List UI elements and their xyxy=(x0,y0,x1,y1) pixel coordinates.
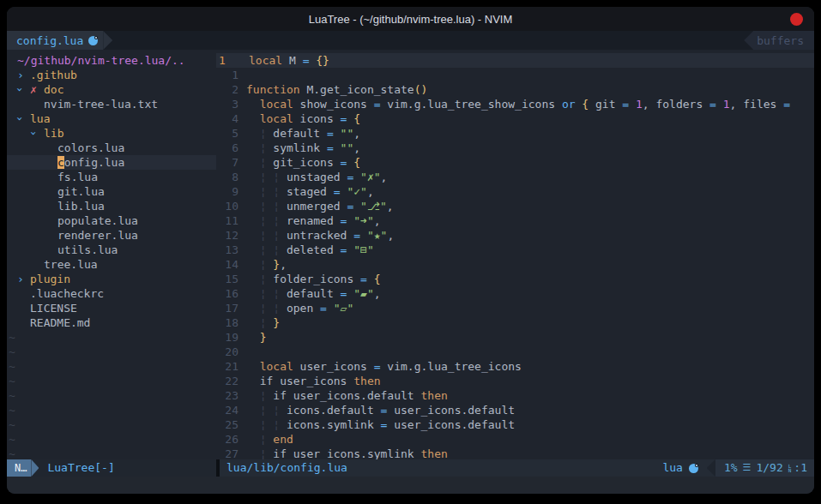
code-line[interactable]: 16 ¦ ¦ default = "▰", xyxy=(216,286,814,301)
code-text: ¦ ¦ default = "▰", xyxy=(238,286,814,301)
code-text xyxy=(238,68,814,82)
position-indicator: 1% ☰ 1/92 LN :1 xyxy=(715,459,814,477)
tilde: ~ xyxy=(7,388,15,403)
code-line[interactable]: 19 } xyxy=(216,330,814,345)
tree-item-.github[interactable]: ›.github xyxy=(7,68,216,82)
code-line[interactable]: 12 ¦ ¦ untracked = "★", xyxy=(216,228,814,243)
tree-item-colors.lua[interactable]: colors.lua xyxy=(7,141,216,155)
statusline: N… LuaTree[-] lua/lib/config.lua lua 1% … xyxy=(7,459,814,477)
tree-item-populate.lua[interactable]: populate.lua xyxy=(7,213,216,228)
line-number: 23 xyxy=(216,388,238,403)
tree-item-config.lua[interactable]: config.lua xyxy=(7,155,216,170)
tree-item-LICENSE[interactable]: LICENSE xyxy=(7,301,216,315)
tree-item-~/github/nvim-tree.lua/..[interactable]: ~/github/nvim-tree.lua/.. xyxy=(7,53,216,68)
filetype-label: lua xyxy=(662,459,682,477)
line-number: 4 xyxy=(216,111,238,126)
empty-line-tilde: ~ xyxy=(7,330,216,345)
tree-item-README.md[interactable]: README.md xyxy=(7,315,216,330)
code-text: function M.get_icon_state() xyxy=(238,82,814,97)
code-line[interactable]: 18 ¦ } xyxy=(216,315,814,330)
code-line[interactable]: 24 ¦ ¦ icons.default = user_icons.defaul… xyxy=(216,403,814,417)
tree-item-label: fs.lua xyxy=(57,170,98,184)
code-line[interactable]: 1 xyxy=(216,68,814,82)
tree-item-label: README.md xyxy=(30,315,90,330)
tab-config-lua[interactable]: config.lua xyxy=(7,31,103,50)
buffers-arrow-icon xyxy=(744,31,753,50)
line-number: 13 xyxy=(216,243,238,257)
chevron-down-icon[interactable]: › xyxy=(17,111,30,126)
line-number: 5 xyxy=(216,126,238,141)
line-number: 16 xyxy=(216,286,238,301)
tree-item-fs.lua[interactable]: fs.lua xyxy=(7,170,216,184)
code-line[interactable]: 1local M = {} xyxy=(216,53,814,68)
code-line[interactable]: 21 local user_icons = vim.g.lua_tree_ico… xyxy=(216,359,814,374)
tree-item-label: config.lua xyxy=(57,155,124,170)
tree-item-plugin[interactable]: ›plugin xyxy=(7,272,216,286)
code-line[interactable]: 7 ¦ git_icons = { xyxy=(216,155,814,170)
tree-buffer-name: LuaTree[-] xyxy=(47,459,114,477)
tree-item-tree.lua[interactable]: tree.lua xyxy=(7,257,216,272)
empty-line-tilde: ~ xyxy=(7,374,216,388)
code-line[interactable]: 17 ¦ ¦ open = "▱" xyxy=(216,301,814,315)
code-line[interactable]: 20 xyxy=(216,345,814,359)
close-button[interactable] xyxy=(790,13,803,26)
code-line[interactable]: 23 ¦ if user_icons.default then xyxy=(216,388,814,403)
powerline-arrow-icon xyxy=(31,459,39,477)
tree-item-.luacheckrc[interactable]: .luacheckrc xyxy=(7,286,216,301)
code-line[interactable]: 27 ¦ if user_icons.symlink then xyxy=(216,447,814,459)
code-line[interactable]: 2function M.get_icon_state() xyxy=(216,82,814,97)
tree-item-doc[interactable]: ›✗doc xyxy=(7,82,216,97)
tabline-spacer xyxy=(112,31,744,50)
code-line[interactable]: 5 ¦ default = "", xyxy=(216,126,814,141)
tree-item-label: populate.lua xyxy=(57,213,138,228)
code-text xyxy=(238,345,814,359)
git-unstaged-icon: ✗ xyxy=(30,82,44,97)
code-line[interactable]: 13 ¦ ¦ deleted = "⊟" xyxy=(216,243,814,257)
code-text: ¦ ¦ unstaged = "✗", xyxy=(238,170,814,184)
tree-item-lua[interactable]: ›lua xyxy=(7,111,216,126)
tree-item-lib.lua[interactable]: lib.lua xyxy=(7,199,216,213)
tree-item-git.lua[interactable]: git.lua xyxy=(7,184,216,199)
tree-item-nvim-tree-lua.txt[interactable]: nvim-tree-lua.txt xyxy=(7,97,216,111)
code-text: ¦ folder_icons = { xyxy=(238,272,814,286)
code-line[interactable]: 15 ¦ folder_icons = { xyxy=(216,272,814,286)
line-number: 24 xyxy=(216,403,238,417)
code-line[interactable]: 4 local icons = { xyxy=(216,111,814,126)
empty-line-tilde: ~ xyxy=(7,447,216,459)
tilde: ~ xyxy=(7,330,15,345)
code-line[interactable]: 8 ¦ ¦ unstaged = "✗", xyxy=(216,170,814,184)
code-line[interactable]: 6 ¦ symlink = "", xyxy=(216,141,814,155)
nvim-window: LuaTree - (~/github/nvim-tree.lua) - NVI… xyxy=(7,7,814,494)
tree-item-lib[interactable]: ›lib xyxy=(7,126,216,141)
tree-item-utils.lua[interactable]: utils.lua xyxy=(7,243,216,257)
chevron-down-icon[interactable]: › xyxy=(31,126,44,141)
code-text: ¦ end xyxy=(238,432,814,447)
empty-line-tilde: ~ xyxy=(7,417,216,432)
lua-icon xyxy=(88,36,98,45)
code-line[interactable]: 25 ¦ ¦ icons.symlink = user_icons.defaul… xyxy=(216,417,814,432)
title-bar: LuaTree - (~/github/nvim-tree.lua) - NVI… xyxy=(7,7,814,31)
code-line[interactable]: 9 ¦ ¦ staged = "✓", xyxy=(216,184,814,199)
line-number: 7 xyxy=(216,155,238,170)
chevron-down-icon[interactable]: › xyxy=(17,82,30,97)
code-line[interactable]: 26 ¦ end xyxy=(216,432,814,447)
code-line[interactable]: 3 local show_icons = vim.g.lua_tree_show… xyxy=(216,97,814,111)
tree-item-renderer.lua[interactable]: renderer.lua xyxy=(7,228,216,243)
code-line[interactable]: 14 ¦ }, xyxy=(216,257,814,272)
chevron-right-icon[interactable]: › xyxy=(17,68,30,82)
code-line[interactable]: 22 if user_icons then xyxy=(216,374,814,388)
mode-badge: N… xyxy=(7,459,31,477)
code-text: ¦ ¦ untracked = "★", xyxy=(238,228,814,243)
code-line[interactable]: 10 ¦ ¦ unmerged = "⎇", xyxy=(216,199,814,213)
tree-item-label: lib.lua xyxy=(57,199,105,213)
code-text: ¦ if user_icons.symlink then xyxy=(238,447,814,459)
command-line[interactable] xyxy=(7,477,814,494)
line-number: 8 xyxy=(216,170,238,184)
code-line[interactable]: 11 ¦ ¦ renamed = "➜", xyxy=(216,213,814,228)
tree-item-label: renderer.lua xyxy=(57,228,138,243)
buffers-label[interactable]: buffers xyxy=(753,31,814,50)
line-number: 18 xyxy=(216,315,238,330)
chevron-right-icon[interactable]: › xyxy=(17,272,30,286)
line-number: 21 xyxy=(216,359,238,374)
code-text: ¦ ¦ unmerged = "⎇", xyxy=(238,199,814,213)
